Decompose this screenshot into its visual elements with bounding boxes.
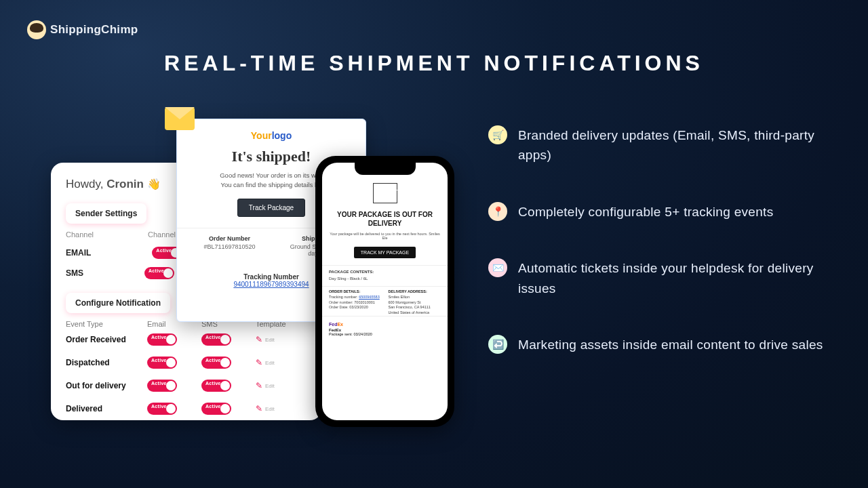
event-row: Delivered Active Active ✎ Edit <box>66 397 307 420</box>
yourlogo: Yourlogo <box>188 130 355 141</box>
event-row: Out for delivery Active Active ✎ Edit <box>66 374 307 397</box>
feature-icon: 📍 <box>488 202 507 221</box>
mockup-stage: Howdy, Cronin 👋 Sender Settings Channel … <box>44 119 458 444</box>
toggle-sms[interactable]: Active <box>144 267 174 279</box>
event-row: Dispatched Active Active ✎ Edit <box>66 351 307 374</box>
howdy-prefix: Howdy, <box>66 178 106 190</box>
phone-screen: YOUR PACKAGE IS OUT FOR DELIVERY Your pa… <box>322 163 448 420</box>
phone-notch <box>355 163 416 175</box>
toggle-email-event[interactable]: Active <box>147 403 177 415</box>
feature-item: 🛒 Branded delivery updates (Email, SMS, … <box>488 125 827 165</box>
feature-text: Automatic tickets inside your helpdesk f… <box>518 258 827 298</box>
toggle-email-event[interactable]: Active <box>147 357 177 369</box>
event-name: Delivered <box>66 404 147 413</box>
channel-name-sms: SMS <box>66 268 83 278</box>
feature-item: 📍 Completely configurable 5+ tracking ev… <box>488 202 827 222</box>
channel-label-1: Channel <box>66 230 94 239</box>
order-number-value: #BL711697810520 <box>188 243 271 250</box>
delivery-address-head: DELIVERY ADDRESS: <box>389 289 441 293</box>
package-item: Day Sling - Black / 6L <box>322 275 448 286</box>
edit-template-link[interactable]: ✎ Edit <box>256 335 317 344</box>
edit-template-link[interactable]: ✎ Edit <box>256 381 317 390</box>
feature-icon: ✉️ <box>488 258 507 277</box>
page-title: REAL-TIME SHIPMENT NOTIFICATIONS <box>0 51 868 76</box>
package-icon <box>373 183 397 203</box>
track-package-button[interactable]: Track Package <box>237 199 305 217</box>
phone-mockup: YOUR PACKAGE IS OUT FOR DELIVERY Your pa… <box>315 156 454 427</box>
track-my-package-button[interactable]: TRACK MY PACKAGE <box>354 247 416 258</box>
carrier-logo: FedEx <box>322 316 448 328</box>
channel-label-2: Channel <box>148 230 176 239</box>
sender-settings-tab[interactable]: Sender Settings <box>66 203 146 224</box>
toggle-sms-event[interactable]: Active <box>201 333 231 346</box>
event-row: Order Received Active Active ✎ Edit <box>66 328 307 351</box>
toggle-sms-event[interactable]: Active <box>201 380 231 392</box>
toggle-email-event[interactable]: Active <box>147 380 177 392</box>
order-number-label: Order Number <box>188 235 271 242</box>
toggle-email-event[interactable]: Active <box>147 333 177 346</box>
envelope-icon <box>165 107 195 130</box>
feature-text: Marketing assets inside email content to… <box>518 335 823 354</box>
edit-template-link[interactable]: ✎ Edit <box>256 358 317 367</box>
toggle-sms-event[interactable]: Active <box>201 403 231 415</box>
chimp-icon <box>27 20 46 39</box>
feature-text: Completely configurable 5+ tracking even… <box>518 202 773 222</box>
col-event: Event Type <box>66 320 147 328</box>
configure-notification-tab[interactable]: Configure Notification <box>66 293 170 313</box>
event-name: Dispatched <box>66 358 147 367</box>
carrier-info: FedEx Package sent: 03/24/2020 <box>322 328 448 342</box>
order-details-head: ORDER DETAILS: <box>329 289 382 293</box>
phone-details: ORDER DETAILS: Tracking number: 65009655… <box>322 286 448 316</box>
brand-name: ShippingChimp <box>50 23 138 37</box>
phone-subtitle: Your package will be delivered to you in… <box>322 229 448 243</box>
event-name: Out for delivery <box>66 381 147 390</box>
phone-tracking-link[interactable]: 6500965583 <box>359 295 380 299</box>
edit-template-link[interactable]: ✎ Edit <box>256 404 317 413</box>
event-name: Order Received <box>66 335 147 344</box>
howdy-name: Cronin <box>106 178 144 190</box>
feature-item: ↩️ Marketing assets inside email content… <box>488 335 827 354</box>
package-contents-label: PACKAGE CONTENTS: <box>322 265 448 275</box>
feature-icon: 🛒 <box>488 125 507 144</box>
feature-text: Branded delivery updates (Email, SMS, th… <box>518 125 827 165</box>
channel-name-email: EMAIL <box>66 248 91 258</box>
feature-item: ✉️ Automatic tickets inside your helpdes… <box>488 258 827 298</box>
feature-list: 🛒 Branded delivery updates (Email, SMS, … <box>488 125 827 392</box>
delivery-address: Smiles Ellion 600 Montgomery St San Fran… <box>389 295 441 316</box>
toggle-sms-event[interactable]: Active <box>201 357 231 369</box>
wave-icon: 👋 <box>147 178 161 190</box>
tracking-number-link[interactable]: 94001118967989393494 <box>233 281 309 288</box>
phone-title: YOUR PACKAGE IS OUT FOR DELIVERY <box>322 209 448 229</box>
feature-icon: ↩️ <box>488 335 507 354</box>
brand-logo: ShippingChimp <box>27 20 138 39</box>
